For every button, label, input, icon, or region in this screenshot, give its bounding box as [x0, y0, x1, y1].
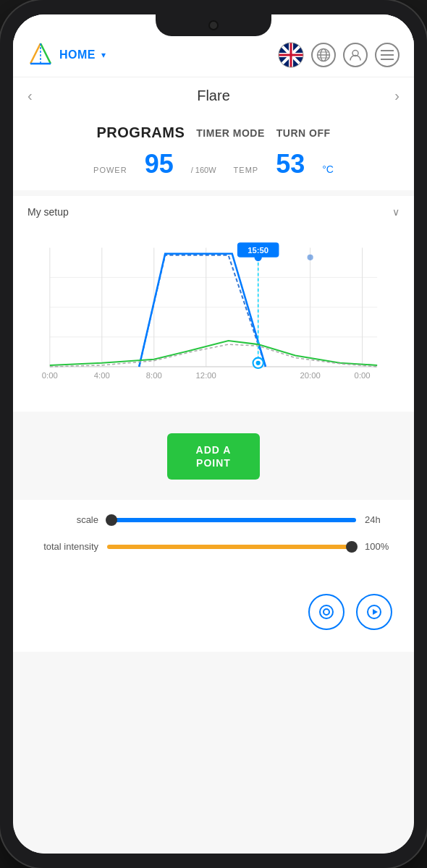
- power-value: 95: [145, 151, 174, 177]
- forward-arrow-button[interactable]: ›: [387, 85, 407, 107]
- page-title: Flare: [197, 88, 230, 104]
- svg-line-1: [41, 43, 51, 64]
- setup-section: My setup ∨: [13, 196, 414, 228]
- intensity-label: total intensity: [33, 541, 98, 552]
- setup-header[interactable]: My setup ∨: [28, 206, 399, 218]
- globe-icon[interactable]: [311, 43, 336, 67]
- user-icon[interactable]: [343, 43, 368, 67]
- home-chevron-icon[interactable]: ▾: [101, 50, 106, 60]
- app-logo-icon: [28, 42, 54, 68]
- program-chart[interactable]: 0:00 4:00 8:00 12:00 20:00 0:00 15:50: [28, 235, 399, 394]
- sliders-section: scale 24h total intensity 100%: [13, 500, 414, 582]
- nav-right: [278, 42, 399, 68]
- svg-text:4:00: 4:00: [94, 371, 110, 380]
- power-max: / 160W: [191, 166, 216, 174]
- svg-point-43: [256, 361, 261, 365]
- svg-point-44: [255, 254, 262, 261]
- intensity-slider-row: total intensity 100%: [33, 541, 394, 552]
- tab-turn-off[interactable]: TURN OFF: [276, 127, 331, 139]
- svg-text:0:00: 0:00: [42, 371, 58, 380]
- tab-timer-mode[interactable]: TIMER MODE: [196, 127, 264, 139]
- home-nav-label[interactable]: HOME: [59, 48, 96, 61]
- intensity-slider-track[interactable]: [107, 545, 356, 549]
- menu-icon[interactable]: [375, 43, 399, 67]
- setup-title: My setup: [28, 206, 69, 218]
- svg-marker-49: [373, 609, 378, 615]
- scale-slider-thumb[interactable]: [106, 514, 117, 526]
- intensity-value: 100%: [365, 541, 394, 552]
- add-point-section: ADD APOINT: [13, 412, 414, 494]
- svg-text:12:00: 12:00: [196, 371, 216, 380]
- language-flag-icon[interactable]: [278, 42, 304, 68]
- svg-text:15:50: 15:50: [248, 246, 269, 255]
- scale-value: 24h: [365, 514, 394, 525]
- intensity-slider-thumb[interactable]: [346, 541, 358, 553]
- chart-container: 0:00 4:00 8:00 12:00 20:00 0:00 15:50: [13, 228, 414, 412]
- tab-programs[interactable]: PROGRAMS: [96, 124, 185, 141]
- temp-value: 53: [276, 151, 305, 177]
- stop-button[interactable]: [308, 594, 344, 630]
- svg-point-46: [320, 605, 333, 618]
- play-button[interactable]: [356, 594, 392, 630]
- nav-left: HOME ▾: [28, 42, 106, 68]
- setup-chevron-icon: ∨: [392, 206, 399, 218]
- mode-tabs: PROGRAMS TIMER MODE TURN OFF: [13, 114, 414, 145]
- temp-unit: °C: [322, 163, 334, 175]
- temp-label: TEMP: [234, 166, 259, 174]
- scale-slider-row: scale 24h: [33, 514, 394, 525]
- power-label: POWER: [93, 166, 127, 174]
- add-point-button[interactable]: ADD APOINT: [167, 433, 261, 480]
- svg-line-0: [30, 43, 41, 64]
- playback-section: [13, 582, 414, 652]
- title-row: ‹ Flare ›: [13, 77, 414, 114]
- svg-text:8:00: 8:00: [146, 371, 162, 380]
- svg-point-47: [324, 609, 329, 615]
- svg-text:0:00: 0:00: [355, 371, 371, 380]
- svg-text:20:00: 20:00: [300, 371, 320, 380]
- scale-label: scale: [33, 514, 98, 525]
- scale-slider-track[interactable]: [107, 518, 356, 522]
- back-arrow-button[interactable]: ‹: [20, 85, 40, 107]
- stats-row: POWER 95 / 160W TEMP 53 °C: [13, 145, 414, 190]
- svg-point-45: [308, 255, 313, 260]
